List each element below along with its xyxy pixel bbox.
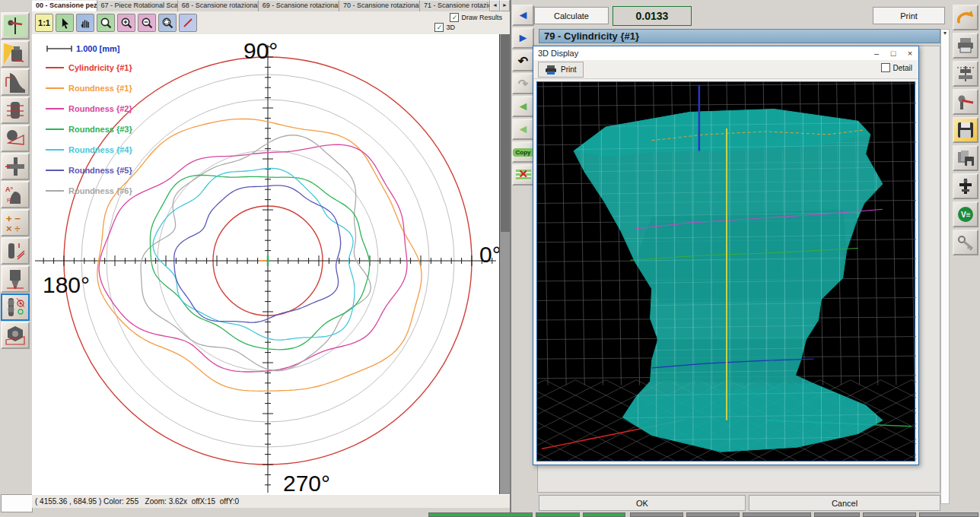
draw-results-checkbox-box[interactable]: ✓ [450,13,459,22]
scale-indicator: 1.000 [mm] [46,40,132,57]
nav-forward-button[interactable]: ► [512,27,534,49]
detail-checkbox-box[interactable] [881,63,890,72]
taskbar-strip [0,512,980,517]
svg-text:A°: A° [5,186,13,193]
insert-before-button[interactable]: ◄ [512,96,534,117]
panel-divider [510,0,511,512]
license-key-button[interactable] [953,230,978,255]
legend-label: Roundness {#5} [68,166,132,175]
nav-back-button[interactable]: ◄ [512,5,534,26]
print-report-button[interactable] [953,33,978,59]
tab-4[interactable]: 70 - Scansione rotazionale {#4} [339,0,420,11]
calculate-button[interactable]: Calculate [534,7,609,24]
svg-text:90°: 90° [243,38,278,63]
legend-label: Cylindricity {#1} [68,63,132,72]
taskbar-segment-0[interactable] [428,512,533,517]
save-all-button[interactable] [953,145,978,171]
close-icon[interactable]: × [902,49,918,58]
undo-button[interactable]: ↶ [512,50,534,71]
sphere-measure-tool[interactable] [1,125,30,152]
tab-5[interactable]: 71 - Scansione rotazionale [420,0,490,11]
shaft-cross-tool[interactable] [1,153,30,180]
legend-swatch [46,108,64,109]
probe-setup-tool[interactable] [1,12,30,40]
vl-logo-button[interactable]: V≡ [953,201,978,227]
part-scan-tool[interactable] [1,40,30,68]
tab-3[interactable]: 69 - Scansione rotazionale {#3} [259,0,339,11]
tab-scroll-right-button[interactable]: ► [500,0,510,11]
3d-label: 3D [446,24,455,31]
print-button[interactable]: Print [873,7,945,24]
detail-checkbox[interactable]: Detail [881,63,912,72]
3d-checkbox[interactable]: ✓ 3D [434,23,455,32]
dialog-title: 3D Display [538,49,578,58]
zoom-in-button[interactable] [117,14,135,32]
nut-measure-tool[interactable] [1,322,30,349]
zoom-window-button[interactable] [158,14,177,32]
pan-hand-button[interactable] [76,14,94,32]
3d-viewport[interactable] [536,81,915,461]
3d-display-dialog: 3D Display – □ × Print Detail [533,46,919,465]
math-operations-tool[interactable]: + −× ÷ [1,209,30,236]
status-bar: ( 4155.36 , 684.95 ) Color: 255 Zoom: 3.… [32,494,510,508]
taskbar-segment-4[interactable] [686,512,740,517]
tab-1[interactable]: 67 - Piece Rotational Scan {#1} [97,0,178,11]
plot-vertical-scrollbar[interactable] [499,34,511,494]
part-alignment-button[interactable] [953,61,978,87]
legend-entry-5: Roundness {#5} [46,160,132,180]
fit-1-1-button[interactable]: 1:1 [35,14,53,32]
bore-measure-tool[interactable] [1,265,30,293]
cancel-button[interactable]: Cancel [749,495,940,511]
scale-bar-icon [46,45,73,52]
ok-button[interactable]: OK [539,495,746,511]
dropdown-chevron-column[interactable]: ▾ [940,29,950,504]
polar-plot-canvas[interactable]: 90°0°180°270° 1.000 [mm] Cylindricity {#… [32,34,499,494]
left-tool-palette: A°R+ −× ÷ [0,12,32,350]
taskbar-segment-7[interactable] [863,512,916,517]
taskbar-segment-2[interactable] [583,512,625,517]
cylinder-measure-tool[interactable] [1,97,30,124]
svg-text:0°: 0° [479,242,499,267]
copy-button[interactable]: Copy [512,141,534,163]
insert-after-button[interactable]: ◄ [512,119,534,140]
dialog-title-bar[interactable]: 3D Display – □ × [533,46,918,60]
chevron-down-icon[interactable]: ▾ [943,30,947,36]
legend-label: Roundness {#1} [68,84,132,93]
dialog-print-button[interactable]: Print [538,62,584,78]
feature-dropdown[interactable]: 79 - Cylindricity {#1} [539,29,940,43]
legend-label: Roundness {#3} [68,125,132,134]
select-cursor-button[interactable] [56,14,74,32]
rotational-scan-tool[interactable] [1,293,30,321]
legend-swatch [46,190,64,192]
tab-0[interactable]: 00 - Scansione pezzo 1 [32,0,97,11]
result-value-badge: 0.0133 [612,6,692,26]
tab-scroll-left-button[interactable]: ◄ [490,0,500,11]
legend-label: Roundness {#6} [68,186,132,195]
3d-checkbox-box[interactable]: ✓ [434,23,444,32]
scrollbar-thumb[interactable] [501,34,510,232]
legend-swatch [46,87,64,89]
delete-step-button[interactable]: ✕ [512,164,534,186]
draw-results-checkbox[interactable]: ✓ Draw Results [450,13,502,22]
profile-scan-tool[interactable] [1,68,30,96]
taskbar-segment-1[interactable] [536,512,580,517]
zoom-tool-button[interactable] [97,14,115,32]
runout-measure-tool[interactable] [1,237,30,265]
taskbar-segment-3[interactable] [630,512,683,517]
taskbar-segment-8[interactable] [919,512,978,517]
svg-text:× ÷: × ÷ [6,223,20,233]
probe-arm-button[interactable] [953,89,978,115]
legend-swatch [46,170,64,171]
save-button[interactable] [953,117,978,143]
tab-2[interactable]: 68 - Scansione rotazionale {#2} [178,0,259,11]
maximize-icon[interactable]: □ [885,49,902,58]
zoom-out-button[interactable] [138,14,156,32]
measure-line-button[interactable] [179,14,197,32]
taskbar-segment-5[interactable] [743,512,811,517]
redo-button[interactable]: ↷ [512,73,534,94]
taskbar-segment-6[interactable] [814,512,860,517]
fixture-button[interactable] [953,173,978,199]
redo-orange-button[interactable] [953,5,978,30]
minimize-icon[interactable]: – [868,49,885,58]
angle-measure-tool[interactable]: A°R [1,181,30,208]
